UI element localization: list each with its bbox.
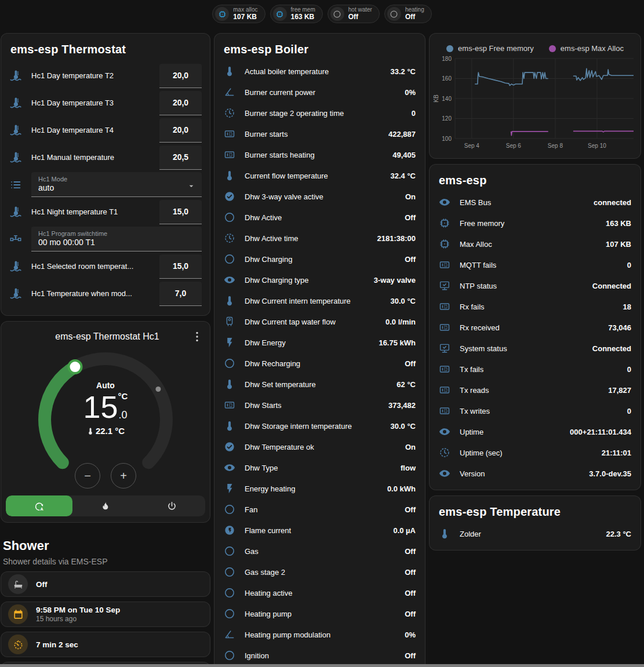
- badge-hot-water[interactable]: hot water Off: [328, 5, 380, 23]
- entity-row[interactable]: Dhw Charging type 3-way valve: [224, 269, 416, 290]
- entity-row[interactable]: Max Alloc 107 KB: [439, 234, 631, 254]
- entity-label: Burner starts: [245, 130, 388, 138]
- number-input[interactable]: [159, 282, 202, 306]
- entity-row[interactable]: System status Connected: [439, 338, 631, 359]
- entity-row[interactable]: Tx reads 17,827: [439, 380, 631, 400]
- entity-row[interactable]: Tx writes 0: [439, 400, 631, 421]
- entity-row[interactable]: Energy heating 0.0 kWh: [224, 478, 416, 499]
- entity-row[interactable]: Dhw Energy 16.75 kWh: [224, 332, 416, 353]
- entity-row[interactable]: Heating active Off: [224, 582, 416, 603]
- mode-button-auto-mode[interactable]: [6, 495, 72, 516]
- legend-item[interactable]: ems-esp Free memory: [446, 44, 534, 53]
- field-row: Hc1 Mode auto: [9, 171, 202, 198]
- increase-temperature-button[interactable]: +: [111, 463, 136, 489]
- badge-heating[interactable]: heating Off: [384, 5, 432, 23]
- eye-icon: [439, 196, 450, 208]
- bathtub-icon: [13, 579, 24, 590]
- number-input[interactable]: [159, 118, 202, 143]
- dial-handle[interactable]: [69, 360, 82, 373]
- field-row: Hc1 Day temperature T2: [9, 62, 202, 89]
- entity-row[interactable]: Heating pump modulation 0%: [224, 624, 416, 645]
- entity-row[interactable]: Rx fails 18: [439, 296, 631, 317]
- entity-row[interactable]: Dhw Temperature ok On: [224, 436, 416, 457]
- target-temperature-decimal: .0: [118, 409, 128, 421]
- more-options-icon[interactable]: [190, 330, 204, 344]
- decrease-temperature-button[interactable]: −: [75, 463, 100, 489]
- entity-row[interactable]: Gas stage 2 Off: [224, 562, 416, 582]
- entity-row[interactable]: Dhw Type flow: [224, 457, 416, 478]
- number-input[interactable]: [159, 145, 202, 170]
- memory-chart-card: ems-esp Free memory ems-esp Max Alloc 10…: [429, 33, 641, 159]
- entity-value: 0.0 kWh: [387, 484, 416, 493]
- entity-value: 18: [623, 302, 631, 311]
- flash-circle-icon: [224, 524, 235, 536]
- badge-max-alloc[interactable]: max alloc 107 KB: [212, 5, 265, 23]
- entity-row[interactable]: NTP status Connected: [439, 275, 631, 296]
- badge-icon-wrap: [387, 7, 401, 21]
- entity-row[interactable]: Heating pump Off: [224, 603, 416, 624]
- entity-row[interactable]: Burner starts 422,887: [224, 123, 416, 144]
- entity-row[interactable]: Dhw Active Off: [224, 207, 416, 228]
- entity-row[interactable]: Actual boiler temperature 33.2 °C: [224, 61, 416, 82]
- entity-row[interactable]: Burner current power 0%: [224, 82, 416, 103]
- target-temperature: 15: [83, 391, 118, 422]
- entity-row[interactable]: Dhw 3-way valve active On: [224, 186, 416, 207]
- entity-row[interactable]: Dhw Starts 373,482: [224, 395, 416, 415]
- entity-row[interactable]: Flame current 0.0 µA: [224, 520, 416, 541]
- mode-button-power[interactable]: [139, 495, 205, 516]
- entity-row[interactable]: MQTT fails 0: [439, 254, 631, 275]
- entity-row[interactable]: Uptime 000+21:11:01.434: [439, 421, 631, 442]
- entity-row[interactable]: Version 3.7.0-dev.35: [439, 463, 631, 484]
- entity-row[interactable]: Burner starts heating 49,405: [224, 144, 416, 165]
- svg-text:140: 140: [442, 96, 452, 102]
- number-input[interactable]: [159, 64, 202, 88]
- entity-value: Off: [405, 255, 416, 264]
- entity-value: 0: [627, 407, 631, 415]
- entity-row[interactable]: Gas Off: [224, 541, 416, 562]
- shower-card[interactable]: 7 min 2 sec: [1, 632, 210, 657]
- memory-chip-icon: [439, 217, 450, 229]
- entity-row[interactable]: Dhw Current intern temperature 30.0 °C: [224, 290, 416, 311]
- entity-row[interactable]: Ignition Off: [224, 645, 416, 666]
- eye-icon: [224, 462, 235, 473]
- circle-outline-icon: [224, 212, 235, 223]
- entity-row[interactable]: Dhw Charging Off: [224, 249, 416, 269]
- counter-icon: [439, 405, 450, 417]
- entity-label: Ignition: [245, 651, 405, 660]
- counter-icon: [224, 399, 235, 411]
- number-input[interactable]: [159, 91, 202, 115]
- entity-row[interactable]: Zolder 22.3 °C: [439, 523, 631, 544]
- legend-item[interactable]: ems-esp Max Alloc: [549, 44, 624, 53]
- entity-row[interactable]: Tx fails 0: [439, 359, 631, 380]
- entity-row[interactable]: Dhw Current tap water flow 0.0 l/min: [224, 311, 416, 332]
- number-input[interactable]: [159, 200, 202, 224]
- chevron-down-icon: [187, 181, 196, 191]
- entity-row[interactable]: Dhw Active time 2181:38:00: [224, 228, 416, 249]
- number-input[interactable]: [159, 254, 202, 279]
- mode-button-fire[interactable]: [72, 495, 139, 516]
- entity-row[interactable]: Free memory 163 KB: [439, 213, 631, 234]
- thermostat-dial[interactable]: Auto 15 °C .0 22.1 °C: [19, 347, 192, 484]
- memory-chip-icon: [218, 10, 227, 19]
- entity-row[interactable]: Fan Off: [224, 499, 416, 520]
- entity-value: 0%: [405, 88, 416, 97]
- mode-select[interactable]: Hc1 Mode auto: [31, 172, 202, 197]
- entity-row[interactable]: Burner stage 2 operating time 0: [224, 103, 416, 123]
- dashboard-columns: ems-esp Thermostat Hc1 Day temperature T…: [1, 33, 644, 667]
- badge-free-mem[interactable]: free mem 163 KB: [270, 5, 323, 23]
- entity-row[interactable]: Dhw Recharging Off: [224, 353, 416, 374]
- badge-value: 107 KB: [233, 13, 257, 21]
- shower-card[interactable]: 9:58 PM on Tue 10 Sep 15 hours ago: [1, 602, 210, 627]
- entity-row[interactable]: Dhw Set temperature 62 °C: [224, 374, 416, 395]
- text-field[interactable]: Hc1 Program switchtime 00 mo 00:00 T1: [31, 227, 202, 252]
- monitor-check-icon: [439, 280, 450, 291]
- entity-row[interactable]: Rx received 73,046: [439, 317, 631, 338]
- entity-row[interactable]: Current flow temperature 32.4 °C: [224, 165, 416, 186]
- entity-row[interactable]: EMS Bus connected: [439, 192, 631, 213]
- entity-row[interactable]: Dhw Storage intern temperature 30.0 °C: [224, 415, 416, 436]
- entity-label: Max Alloc: [460, 240, 606, 249]
- entity-row[interactable]: Uptime (sec) 21:11:01: [439, 442, 631, 463]
- flash-icon: [224, 337, 235, 348]
- bottom-scrollbar[interactable]: [0, 664, 644, 667]
- shower-card[interactable]: Off: [1, 571, 210, 597]
